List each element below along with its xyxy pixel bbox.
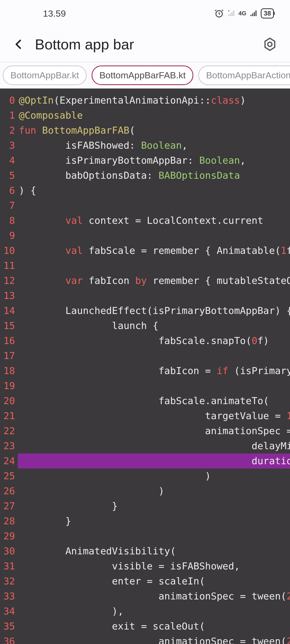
- code-content: [18, 378, 19, 393]
- code-line[interactable]: 16 fabScale.snapTo(0f): [0, 333, 290, 348]
- code-content: @Composable: [18, 108, 83, 123]
- alarm-icon: [214, 9, 224, 18]
- line-number: 19: [0, 378, 18, 393]
- page-title: Bottom app bar: [35, 36, 252, 53]
- line-number: 11: [0, 258, 18, 273]
- line-number: 28: [0, 514, 18, 529]
- code-content: [18, 228, 19, 243]
- code-content: [18, 348, 19, 363]
- code-line[interactable]: 34 ),: [0, 604, 290, 619]
- code-content: [18, 529, 19, 544]
- file-tab[interactable]: BottomAppBarFAB.kt: [92, 65, 193, 85]
- app-bar: Bottom app bar: [0, 27, 290, 62]
- code-line[interactable]: 4 isPrimaryBottomAppBar: Boolean,: [0, 153, 290, 168]
- code-line[interactable]: 35 exit = scaleOut(: [0, 619, 290, 634]
- code-content: animationSpec = tween: [18, 423, 290, 438]
- code-line[interactable]: 7: [0, 198, 290, 213]
- code-line[interactable]: 18 fabIcon = if (isPrimaryBottom: [0, 363, 290, 378]
- code-content: ): [18, 484, 164, 499]
- svg-marker-2: [265, 38, 275, 50]
- code-content: var fabIcon by remember { mutableStateOf…: [18, 273, 290, 288]
- line-number: 13: [0, 288, 18, 303]
- code-content: enter = scaleIn(: [18, 574, 205, 589]
- line-number: 16: [0, 333, 18, 348]
- line-number: 15: [0, 318, 18, 333]
- file-tab-bar: BottomAppBar.ktBottomAppBarFAB.ktBottomA…: [0, 62, 290, 89]
- code-content: babOptionsData: BABOptionsData: [18, 168, 240, 183]
- back-button[interactable]: [11, 36, 27, 52]
- code-line[interactable]: 0@OptIn(ExperimentalAnimationApi::class): [0, 93, 290, 108]
- code-line[interactable]: 2fun BottomAppBarFAB(: [0, 123, 290, 138]
- line-number: 34: [0, 604, 18, 619]
- line-number: 8: [0, 213, 18, 228]
- code-line[interactable]: 20 fabScale.animateTo(: [0, 393, 290, 408]
- code-editor[interactable]: 0@OptIn(ExperimentalAnimationApi::class)…: [0, 89, 290, 644]
- code-line[interactable]: 15 launch {: [0, 318, 290, 333]
- signal-1-icon: ×: [227, 9, 235, 17]
- code-line[interactable]: 28 }: [0, 514, 290, 529]
- code-content: isPrimaryBottomAppBar: Boolean,: [18, 153, 246, 168]
- line-number: 31: [0, 559, 18, 574]
- code-line[interactable]: 27 }: [0, 499, 290, 514]
- line-number: 10: [0, 243, 18, 258]
- code-content: delayMillis =: [18, 438, 290, 453]
- code-line[interactable]: 19: [0, 378, 290, 393]
- code-content: ) {: [18, 183, 36, 198]
- code-line[interactable]: 3 isFABShowed: Boolean,: [0, 138, 290, 153]
- line-number: 35: [0, 619, 18, 634]
- code-content: LaunchedEffect(isPrimaryBottomAppBar) {: [18, 303, 290, 318]
- code-line[interactable]: 29: [0, 529, 290, 544]
- signal-2-icon: [249, 9, 258, 17]
- code-content: animationSpec = tween(250): [18, 634, 290, 644]
- code-line[interactable]: 12 var fabIcon by remember { mutableStat…: [0, 273, 290, 288]
- code-line[interactable]: 11: [0, 258, 290, 273]
- code-line[interactable]: 24 durationMilli: [0, 453, 290, 469]
- line-number: 24: [0, 453, 18, 469]
- line-number: 1: [0, 108, 18, 123]
- code-line[interactable]: 10 val fabScale = remember { Animatable(…: [0, 243, 290, 258]
- code-content: fabScale.animateTo(: [18, 393, 269, 408]
- code-line[interactable]: 32 enter = scaleIn(: [0, 574, 290, 589]
- file-tab[interactable]: BottomAppBar.kt: [3, 65, 87, 85]
- battery-icon: 38: [261, 8, 274, 19]
- line-number: 18: [0, 363, 18, 378]
- line-number: 4: [0, 153, 18, 168]
- code-content: ),: [18, 604, 124, 619]
- code-line[interactable]: 33 animationSpec = tween(250): [0, 589, 290, 604]
- status-time: 13.59: [43, 8, 66, 19]
- code-line[interactable]: 6) {: [0, 183, 290, 198]
- code-line[interactable]: 9: [0, 228, 290, 243]
- code-content: @OptIn(ExperimentalAnimationApi::class): [18, 93, 246, 108]
- code-line[interactable]: 13: [0, 288, 290, 303]
- code-line[interactable]: 36 animationSpec = tween(250): [0, 634, 290, 644]
- code-content: AnimatedVisibility(: [18, 544, 176, 559]
- line-number: 21: [0, 408, 18, 423]
- code-content: exit = scaleOut(: [18, 619, 205, 634]
- code-line[interactable]: 23 delayMillis =: [0, 438, 290, 453]
- code-line[interactable]: 21 targetValue = 1f,: [0, 408, 290, 423]
- code-content: fabIcon = if (isPrimaryBottom: [18, 363, 290, 378]
- code-line[interactable]: 30 AnimatedVisibility(: [0, 544, 290, 559]
- code-line[interactable]: 31 visible = isFABShowed,: [0, 559, 290, 574]
- code-content: isFABShowed: Boolean,: [18, 138, 188, 153]
- code-content: }: [18, 499, 118, 514]
- line-number: 7: [0, 198, 18, 213]
- code-line[interactable]: 25 ): [0, 469, 290, 484]
- code-line[interactable]: 1@Composable: [0, 108, 290, 123]
- code-line[interactable]: 5 babOptionsData: BABOptionsData: [0, 168, 290, 183]
- line-number: 12: [0, 273, 18, 288]
- line-number: 22: [0, 423, 18, 438]
- code-line[interactable]: 22 animationSpec = tween: [0, 423, 290, 438]
- code-line[interactable]: 26 ): [0, 484, 290, 499]
- code-content: [18, 258, 19, 273]
- line-number: 27: [0, 499, 18, 514]
- code-content: animationSpec = tween(250): [18, 589, 290, 604]
- settings-button[interactable]: [260, 35, 279, 54]
- code-line[interactable]: 17: [0, 348, 290, 363]
- code-line[interactable]: 14 LaunchedEffect(isPrimaryBottomAppBar)…: [0, 303, 290, 318]
- code-content: launch {: [18, 318, 158, 333]
- code-line[interactable]: 8 val context = LocalContext.current: [0, 213, 290, 228]
- file-tab[interactable]: BottomAppBarActions.kt: [198, 65, 290, 85]
- code-content: fun BottomAppBarFAB(: [18, 123, 135, 138]
- line-number: 9: [0, 228, 18, 243]
